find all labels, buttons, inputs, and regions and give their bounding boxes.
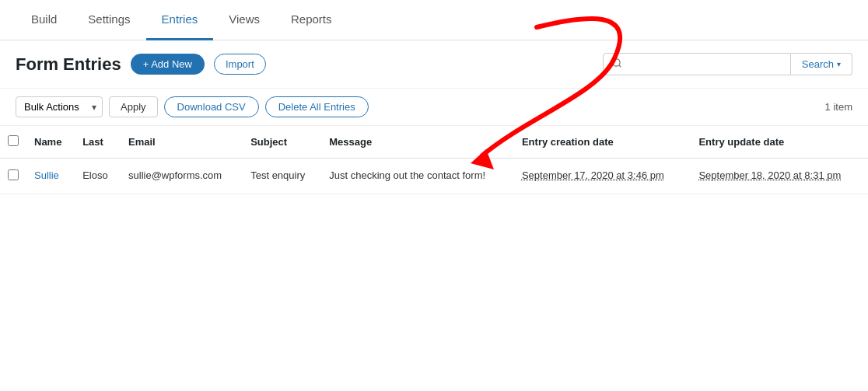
chevron-down-icon: ▾ [837,60,841,68]
col-name: Name [26,126,75,159]
item-count: 1 item [825,101,852,113]
page-title: Form Entries [16,54,121,75]
tab-views[interactable]: Views [213,0,275,40]
entries-table: Name Last Email Subject Message Entry cr… [0,126,868,194]
import-button[interactable]: Import [214,54,266,75]
tab-settings[interactable]: Settings [72,0,145,40]
svg-line-1 [619,65,621,68]
col-subject: Subject [243,126,321,159]
add-new-button[interactable]: + Add New [131,54,205,75]
row-last-cell: Eloso [75,159,121,194]
col-checkbox [0,126,26,159]
apply-button[interactable]: Apply [109,96,158,117]
search-area: Search ▾ [603,53,852,75]
download-csv-button[interactable]: Download CSV [164,96,259,117]
tab-reports[interactable]: Reports [275,0,348,40]
table-header-row: Name Last Email Subject Message Entry cr… [0,126,868,159]
col-update-date: Entry update date [691,126,868,159]
top-nav: Build Settings Entries Views Reports [0,0,868,40]
row-creation-date[interactable]: September 17, 2020 at 3:46 pm [522,169,664,181]
svg-point-0 [613,59,620,66]
row-subject-cell: Test enquiry [243,159,321,194]
tab-entries[interactable]: Entries [146,0,214,40]
col-creation-date: Entry creation date [514,126,691,159]
table-row: Sullie Eloso sullie@wpforms.com Test enq… [0,159,868,194]
page-header: Form Entries + Add New Import Search ▾ [0,40,868,89]
row-update-date[interactable]: September 18, 2020 at 8:31 pm [698,169,841,181]
col-message: Message [321,126,514,159]
toolbar-row: Bulk Actions Apply Download CSV Delete A… [0,89,868,126]
search-button[interactable]: Search ▾ [791,53,852,75]
col-last: Last [75,126,121,159]
row-name-link[interactable]: Sullie [34,169,59,181]
row-email-cell: sullie@wpforms.com [121,159,243,194]
bulk-actions-select[interactable]: Bulk Actions [16,96,103,117]
row-creation-date-cell: September 17, 2020 at 3:46 pm [514,159,691,194]
row-message-cell: Just checking out the contact form! [321,159,514,194]
col-email: Email [121,126,243,159]
bulk-actions-wrapper: Bulk Actions [16,96,103,117]
row-checkbox[interactable] [8,169,19,180]
search-icon [611,58,622,71]
tab-build[interactable]: Build [16,0,72,40]
row-checkbox-cell [0,159,26,194]
select-all-checkbox[interactable] [8,135,19,146]
delete-all-button[interactable]: Delete All Entries [265,96,369,117]
row-update-date-cell: September 18, 2020 at 8:31 pm [691,159,868,194]
row-name-cell: Sullie [26,159,75,194]
search-input[interactable] [627,58,782,70]
search-input-wrap [603,53,791,75]
